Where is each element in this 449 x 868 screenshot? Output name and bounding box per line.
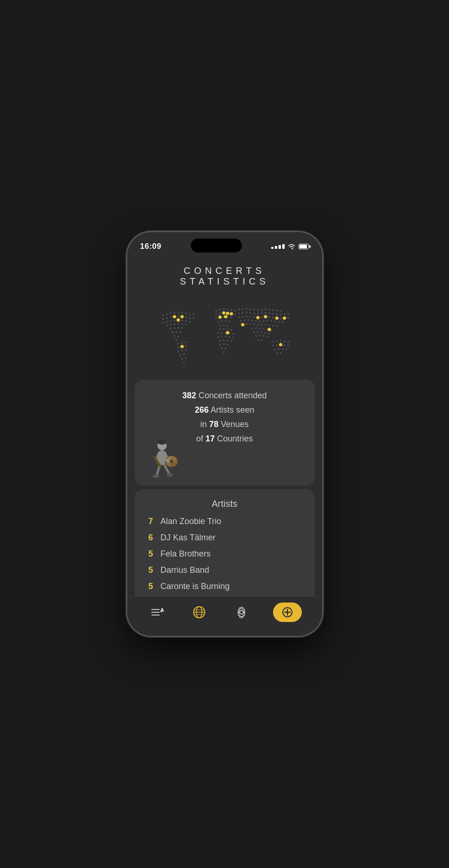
svg-point-97 [230, 340, 232, 342]
svg-point-139 [272, 317, 274, 318]
svg-point-161 [260, 324, 262, 326]
venues-number: 78 [209, 420, 218, 429]
svg-point-27 [169, 324, 171, 326]
svg-point-214 [180, 345, 183, 348]
nav-settings-button[interactable] [231, 604, 252, 621]
svg-point-92 [228, 336, 230, 338]
world-map-container [127, 292, 322, 376]
svg-point-209 [275, 317, 278, 320]
artists-title: Artists [144, 499, 306, 509]
svg-point-49 [181, 350, 183, 351]
svg-point-191 [283, 344, 285, 346]
svg-point-105 [241, 308, 243, 310]
svg-point-208 [264, 315, 267, 318]
svg-point-44 [185, 341, 187, 343]
svg-point-184 [276, 340, 278, 342]
svg-point-138 [268, 316, 270, 318]
svg-point-132 [245, 315, 247, 317]
svg-point-185 [280, 340, 281, 342]
svg-point-67 [234, 313, 236, 315]
svg-point-221 [153, 474, 159, 478]
svg-point-63 [219, 312, 221, 314]
svg-point-35 [181, 327, 183, 329]
svg-point-41 [175, 339, 177, 341]
svg-point-134 [253, 316, 255, 318]
svg-point-124 [268, 312, 270, 314]
svg-point-99 [222, 343, 224, 345]
svg-line-220 [164, 465, 169, 473]
status-time: 16:09 [140, 242, 162, 251]
svg-point-189 [276, 344, 278, 346]
svg-point-203 [224, 315, 227, 318]
svg-point-48 [177, 350, 179, 352]
svg-point-75 [225, 320, 227, 322]
svg-point-162 [264, 324, 266, 326]
svg-point-222 [167, 473, 173, 477]
svg-point-199 [222, 311, 225, 314]
svg-point-158 [249, 323, 251, 324]
svg-point-186 [283, 340, 285, 342]
list-item: 5 Darrius Band [144, 565, 306, 575]
svg-point-147 [251, 319, 253, 321]
svg-point-153 [274, 320, 276, 322]
globe-icon [193, 606, 206, 619]
svg-point-159 [253, 324, 255, 325]
svg-point-81 [222, 328, 224, 330]
battery-icon [299, 244, 309, 249]
svg-point-68 [215, 317, 217, 319]
svg-point-38 [179, 331, 181, 333]
svg-point-125 [272, 313, 274, 315]
svg-point-152 [270, 320, 272, 322]
svg-point-212 [283, 317, 286, 320]
svg-point-77 [219, 325, 221, 327]
guitarist-figure [146, 435, 183, 482]
svg-point-57 [219, 309, 221, 311]
svg-point-83 [230, 329, 232, 331]
svg-point-182 [260, 339, 262, 341]
svg-point-8 [192, 313, 194, 315]
settings-icon [235, 606, 248, 619]
svg-point-167 [255, 327, 257, 329]
svg-point-119 [249, 312, 251, 314]
svg-point-21 [173, 319, 175, 321]
svg-point-80 [219, 329, 221, 330]
svg-point-89 [217, 336, 219, 338]
svg-point-107 [249, 308, 251, 310]
venues-label: Venues [221, 420, 249, 429]
svg-point-157 [245, 324, 247, 325]
nav-concerts-button[interactable] [147, 605, 168, 620]
venues-prefix: in [200, 420, 207, 429]
concerts-stat: 382 Concerts attended [144, 391, 306, 401]
svg-point-151 [266, 319, 268, 321]
svg-point-33 [173, 327, 175, 329]
list-item: 7 Alan Zoobie Trio [144, 517, 306, 526]
countries-prefix: of [196, 434, 203, 443]
svg-point-4 [177, 311, 179, 313]
svg-point-29 [177, 323, 179, 324]
svg-point-104 [238, 309, 240, 311]
svg-point-31 [185, 324, 187, 326]
artist-count-1: 7 [144, 517, 153, 526]
list-item: 5 Caronte is Burning [144, 582, 306, 591]
svg-point-204 [173, 315, 176, 318]
svg-point-194 [278, 348, 280, 350]
svg-point-234 [162, 610, 164, 612]
svg-point-95 [222, 339, 224, 341]
status-icons [271, 244, 309, 250]
svg-point-143 [287, 317, 289, 318]
nav-map-button[interactable] [189, 604, 209, 621]
world-map [135, 292, 315, 376]
concerts-list-icon [151, 607, 164, 618]
artist-name-1: Alan Zoobie Trio [161, 517, 221, 526]
svg-point-129 [287, 313, 289, 315]
svg-point-103 [222, 351, 224, 353]
svg-point-32 [169, 328, 171, 330]
svg-point-149 [259, 320, 260, 322]
scroll-content[interactable]: CONCERTS STATISTICS [127, 258, 322, 596]
svg-point-109 [257, 309, 259, 311]
svg-point-101 [221, 348, 222, 350]
svg-point-127 [280, 314, 281, 316]
map-svg [135, 292, 315, 376]
nav-add-button[interactable] [273, 602, 302, 622]
svg-point-136 [260, 316, 262, 318]
